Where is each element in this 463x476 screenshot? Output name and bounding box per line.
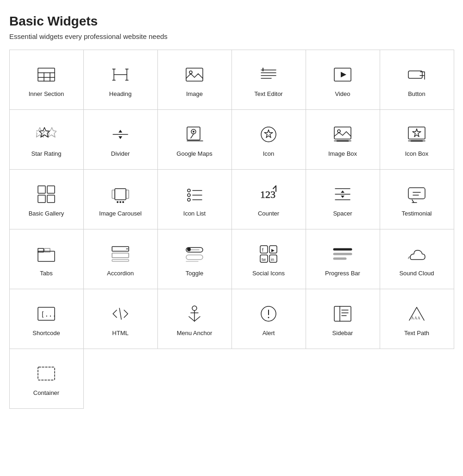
testimonial-icon — [406, 183, 428, 205]
widget-heading[interactable]: Heading — [83, 50, 158, 110]
svg-rect-45 — [47, 186, 55, 193]
svg-rect-44 — [38, 186, 45, 193]
text-path-icon: A A A — [406, 303, 428, 325]
toggle-icon — [183, 243, 206, 265]
widget-testimonial[interactable]: Testimonial — [380, 169, 454, 229]
svg-marker-29 — [119, 136, 122, 139]
widget-divider[interactable]: Divider — [83, 109, 158, 170]
svg-rect-47 — [47, 195, 55, 203]
svg-rect-50 — [126, 190, 129, 198]
progress-bar-icon — [332, 243, 354, 265]
widget-icon-box[interactable]: Icon Box — [380, 109, 454, 170]
video-icon — [332, 63, 354, 86]
widget-icon-list[interactable]: Icon List — [157, 169, 232, 229]
sidebar-icon — [332, 303, 354, 325]
menu-anchor-icon — [183, 303, 206, 325]
widget-tabs[interactable]: Tabs — [9, 229, 84, 289]
text-editor-label: Text Editor — [254, 90, 282, 97]
svg-point-13 — [189, 71, 192, 74]
widget-image-box[interactable]: Image Box — [306, 109, 380, 170]
widget-image-carousel[interactable]: Image Carousel — [83, 169, 158, 229]
widget-menu-anchor[interactable]: Menu Anchor — [157, 289, 232, 349]
toggle-label: Toggle — [186, 270, 203, 277]
widget-basic-gallery[interactable]: Basic Gallery — [9, 169, 84, 229]
inner-section-label: Inner Section — [29, 90, 64, 97]
google-maps-label: Google Maps — [176, 150, 212, 157]
counter-icon: 123 — [257, 183, 280, 205]
widget-alert[interactable]: Alert — [232, 289, 306, 349]
svg-text:[...]: [...] — [41, 311, 56, 318]
svg-text:in: in — [271, 257, 274, 262]
html-label: HTML — [112, 330, 128, 336]
widget-counter[interactable]: 123Counter — [232, 169, 306, 229]
widget-sound-cloud[interactable]: Sound Cloud — [380, 229, 454, 289]
icon-icon — [257, 123, 280, 146]
image-carousel-label: Image Carousel — [99, 210, 142, 217]
widget-spacer[interactable]: Spacer — [306, 169, 380, 229]
svg-text:A A A: A A A — [411, 316, 420, 320]
spacer-label: Spacer — [333, 210, 352, 217]
widget-text-editor[interactable]: Text Editor — [232, 50, 306, 110]
social-icons-label: Social Icons — [252, 270, 285, 277]
widget-progress-bar[interactable]: Progress Bar — [306, 229, 380, 289]
menu-anchor-label: Menu Anchor — [177, 330, 213, 336]
counter-label: Counter — [258, 210, 279, 217]
widget-html[interactable]: HTML — [83, 289, 158, 349]
widget-text-path[interactable]: A A AText Path — [380, 289, 454, 349]
svg-point-56 — [188, 194, 190, 197]
widget-image[interactable]: Image — [157, 50, 232, 110]
widget-star-rating[interactable]: Star Rating — [9, 109, 84, 170]
accordion-label: Accordion — [107, 270, 134, 277]
svg-point-52 — [119, 201, 121, 203]
inner-section-icon — [35, 63, 57, 86]
svg-marker-67 — [341, 196, 344, 198]
widget-toggle[interactable]: Toggle — [157, 229, 232, 289]
svg-point-51 — [117, 201, 119, 203]
svg-rect-78 — [112, 253, 129, 258]
svg-rect-48 — [115, 189, 126, 200]
svg-rect-75 — [44, 248, 50, 252]
svg-text:f: f — [262, 248, 263, 253]
html-icon — [109, 303, 131, 325]
widget-accordion[interactable]: Accordion — [83, 229, 158, 289]
spacer-icon — [332, 183, 354, 205]
container-icon — [35, 362, 57, 385]
svg-text:▶: ▶ — [271, 248, 275, 253]
icon-list-label: Icon List — [183, 210, 206, 217]
widget-social-icons[interactable]: f▶twinSocial Icons — [232, 229, 306, 289]
svg-marker-35 — [264, 130, 273, 138]
alert-icon — [257, 303, 280, 325]
page-subtitle: Essential widgets every professional web… — [9, 32, 454, 40]
image-box-icon — [332, 123, 354, 146]
svg-line-69 — [412, 200, 414, 203]
widget-icon[interactable]: Icon — [232, 109, 306, 170]
heading-icon — [109, 63, 131, 86]
image-box-label: Image Box — [328, 150, 357, 157]
star-rating-label: Star Rating — [31, 150, 61, 157]
video-label: Video — [335, 90, 350, 97]
heading-label: Heading — [109, 90, 131, 97]
widget-button[interactable]: Button — [380, 50, 454, 110]
svg-rect-79 — [112, 260, 129, 261]
basic-gallery-icon — [35, 183, 57, 205]
tabs-icon — [35, 243, 57, 265]
text-editor-icon — [257, 63, 280, 86]
sound-cloud-icon — [406, 243, 428, 265]
widget-inner-section[interactable]: Inner Section — [9, 50, 84, 110]
image-label: Image — [186, 90, 203, 97]
widget-sidebar[interactable]: Sidebar — [306, 289, 380, 349]
sound-cloud-label: Sound Cloud — [399, 270, 434, 277]
button-label: Button — [408, 90, 425, 97]
svg-point-100 — [192, 306, 197, 311]
svg-point-32 — [193, 131, 194, 133]
widget-container[interactable]: Container — [9, 349, 84, 409]
svg-rect-83 — [186, 255, 203, 260]
svg-marker-28 — [119, 130, 122, 133]
widget-shortcode[interactable]: [...]Shortcode — [9, 289, 84, 349]
widget-google-maps[interactable]: Google Maps — [157, 109, 232, 170]
svg-point-53 — [122, 201, 124, 203]
svg-marker-25 — [47, 127, 56, 137]
icon-box-label: Icon Box — [405, 150, 429, 157]
widget-video[interactable]: Video — [306, 50, 380, 110]
svg-point-58 — [188, 198, 190, 201]
